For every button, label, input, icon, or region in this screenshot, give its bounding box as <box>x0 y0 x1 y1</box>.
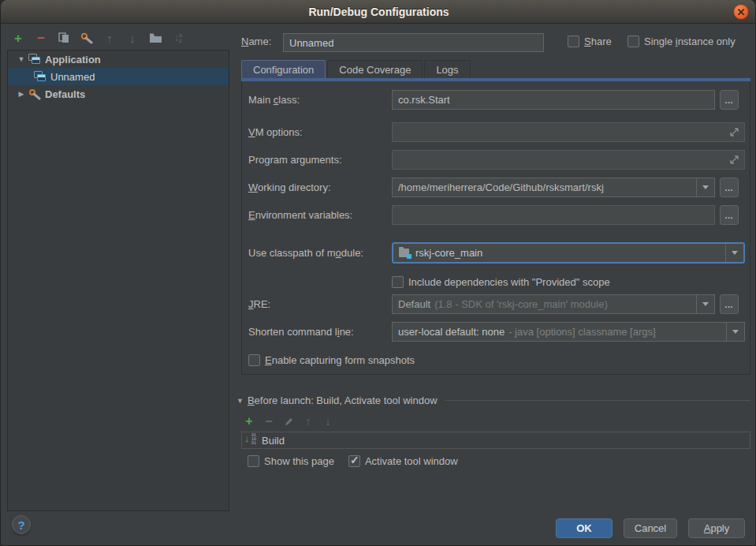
move-task-up-icon[interactable]: ↑ <box>302 415 315 428</box>
tree-node-unnamed[interactable]: Unnamed <box>8 68 229 85</box>
move-task-down-icon[interactable]: ↓ <box>322 415 334 428</box>
expand-field-icon[interactable] <box>730 155 739 164</box>
before-launch-toolbar: + − ↑ ↓ <box>243 415 334 428</box>
before-launch-title: Before launch: Build, Activate tool wind… <box>248 395 438 406</box>
vm-options-row: VM options: <box>248 122 745 142</box>
move-down-icon[interactable]: ↓ <box>126 32 139 44</box>
include-provided-checkbox[interactable]: Include dependencies with "Provided" sco… <box>392 276 610 288</box>
chevron-right-icon[interactable]: ▶ <box>17 90 25 98</box>
copy-configuration-icon[interactable] <box>58 32 70 44</box>
sort-configurations-icon[interactable]: ↓az <box>172 32 184 44</box>
name-label: Name: <box>241 36 271 47</box>
name-row: Name: Share Single instance only <box>241 33 750 52</box>
jre-label: JRE: <box>248 298 392 310</box>
run-debug-configurations-dialog: Run/Debug Configurations ✕ + − ↑ ↓ ↓az ▼… <box>0 0 756 546</box>
name-input[interactable] <box>283 33 544 52</box>
close-icon[interactable]: ✕ <box>733 4 749 20</box>
task-label: Build <box>262 435 285 447</box>
collapse-arrow-icon[interactable]: ▼ <box>236 397 244 405</box>
browse-environment-variables-button[interactable]: … <box>720 205 739 225</box>
dropdown-arrow-icon[interactable] <box>696 178 714 196</box>
chevron-down-icon[interactable]: ▼ <box>17 55 25 63</box>
expand-field-icon[interactable] <box>730 128 739 136</box>
remove-task-icon[interactable]: − <box>263 415 275 428</box>
edit-defaults-icon[interactable] <box>80 32 93 44</box>
environment-variables-row: Environment variables: … <box>248 205 745 225</box>
build-icon: ↓ 011001 <box>244 435 257 446</box>
add-configuration-icon[interactable]: + <box>12 32 24 44</box>
apply-button[interactable]: Apply <box>688 518 745 538</box>
ok-button[interactable]: OK <box>556 518 613 538</box>
main-class-field[interactable]: co.rsk.Start <box>392 90 715 110</box>
checkbox-icon[interactable] <box>248 455 259 467</box>
checkbox-icon[interactable] <box>628 36 639 47</box>
include-provided-label: Include dependencies with "Provided" sco… <box>408 276 610 288</box>
configuration-panel: Main class: co.rsk.Start … VM options: P… <box>241 81 750 375</box>
edit-task-icon[interactable] <box>282 415 295 428</box>
window-title: Run/Debug Configurations <box>308 6 449 18</box>
browse-working-directory-button[interactable]: … <box>720 178 739 197</box>
separator-line <box>445 400 750 401</box>
tab-bar: Configuration Code Coverage Logs <box>241 60 472 78</box>
tree-node-application[interactable]: ▼ Application <box>8 50 229 68</box>
share-checkbox[interactable]: Share <box>568 36 612 47</box>
application-icon <box>28 54 41 65</box>
share-label: Share <box>584 36 612 47</box>
program-arguments-label: Program arguments: <box>248 154 392 166</box>
working-directory-row: Working directory: /home/meriherrera/Cod… <box>248 178 745 197</box>
move-up-icon[interactable]: ↑ <box>103 32 116 44</box>
before-launch-header[interactable]: ▼ Before launch: Build, Activate tool wi… <box>236 395 750 406</box>
tab-logs[interactable]: Logs <box>424 60 470 78</box>
show-this-page-label: Show this page <box>264 455 334 467</box>
shorten-command-line-row: Shorten command line: user-local default… <box>248 322 745 342</box>
use-classpath-label: Use classpath of module: <box>248 247 392 259</box>
tree-node-defaults[interactable]: ▶ Defaults <box>8 85 229 103</box>
dropdown-arrow-icon[interactable] <box>696 295 714 313</box>
tab-code-coverage[interactable]: Code Coverage <box>327 60 423 78</box>
checkbox-checked-icon[interactable]: ✓ <box>348 455 360 467</box>
browse-jre-button[interactable]: … <box>720 294 739 314</box>
include-provided-row: Include dependencies with "Provided" sco… <box>248 272 745 292</box>
shorten-command-line-label: Shorten command line: <box>248 326 392 338</box>
before-launch-task-build[interactable]: ↓ 011001 Build <box>242 435 285 447</box>
shorten-command-line-combo[interactable]: user-local default: none - java [options… <box>392 322 745 342</box>
show-this-page-checkbox[interactable]: Show this page <box>248 455 334 467</box>
checkbox-icon[interactable] <box>248 354 260 366</box>
jre-row: JRE: Default (1.8 - SDK of 'rskj-core_ma… <box>248 294 745 314</box>
titlebar[interactable]: Run/Debug Configurations ✕ <box>1 0 756 24</box>
add-task-icon[interactable]: + <box>243 415 255 428</box>
checkbox-icon[interactable] <box>568 36 579 47</box>
remove-configuration-icon[interactable]: − <box>35 32 47 44</box>
form-snapshots-row: Enable capturing form snapshots <box>248 350 745 370</box>
jre-combo[interactable]: Default (1.8 - SDK of 'rskj-core_main' m… <box>392 294 715 314</box>
question-mark-icon: ? <box>17 518 24 532</box>
activate-tool-window-checkbox[interactable]: ✓ Activate tool window <box>348 455 458 467</box>
working-directory-label: Working directory: <box>248 181 392 193</box>
browse-main-class-button[interactable]: … <box>720 90 739 110</box>
form-snapshots-label: Enable capturing form snapshots <box>265 354 415 366</box>
activate-tool-window-label: Activate tool window <box>365 455 458 467</box>
program-arguments-field[interactable] <box>392 150 745 170</box>
single-instance-checkbox[interactable]: Single instance only <box>628 36 736 47</box>
before-launch-list: ↓ 011001 Build <box>241 432 750 449</box>
before-launch-options: Show this page ✓ Activate tool window <box>248 455 458 467</box>
single-instance-label: Single instance only <box>644 36 736 47</box>
environment-variables-field[interactable] <box>392 205 715 225</box>
dropdown-arrow-icon[interactable] <box>726 323 744 341</box>
help-button[interactable]: ? <box>12 515 31 534</box>
module-icon <box>399 249 412 258</box>
main-class-label: Main class: <box>248 94 392 106</box>
cancel-button[interactable]: Cancel <box>624 518 677 538</box>
vm-options-field[interactable] <box>392 122 745 142</box>
form-snapshots-checkbox[interactable]: Enable capturing form snapshots <box>248 354 415 366</box>
working-directory-combo[interactable]: /home/meriherrera/Code/Github/rsksmart/r… <box>392 178 715 197</box>
tree-label-defaults: Defaults <box>45 88 85 100</box>
main-class-row: Main class: co.rsk.Start … <box>248 90 745 110</box>
tree-label-unnamed: Unnamed <box>50 71 95 83</box>
dropdown-arrow-icon[interactable] <box>725 244 743 262</box>
configurations-toolbar: + − ↑ ↓ ↓az <box>12 32 184 44</box>
folder-icon[interactable] <box>149 32 162 44</box>
use-classpath-combo[interactable]: rskj-core_main <box>392 242 745 264</box>
checkbox-icon[interactable] <box>392 276 404 288</box>
tab-configuration[interactable]: Configuration <box>241 60 326 78</box>
